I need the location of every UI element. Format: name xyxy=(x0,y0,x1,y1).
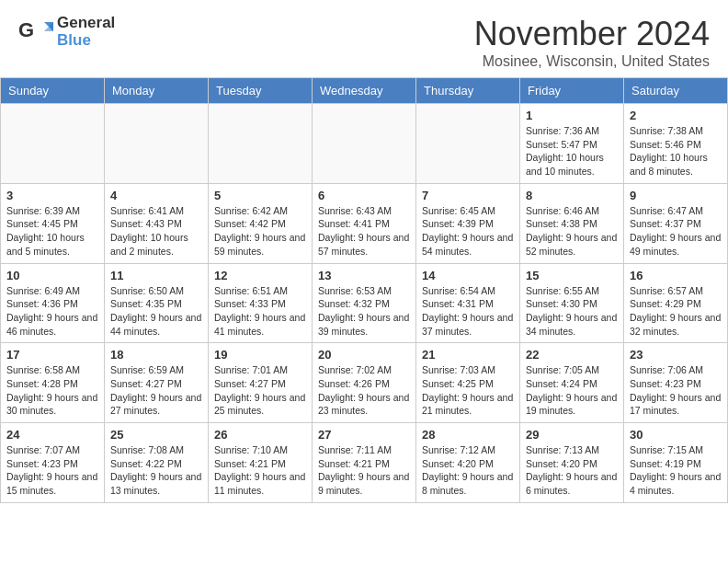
day-number: 13 xyxy=(318,269,410,282)
calendar-cell: 22Sunrise: 7:05 AM Sunset: 4:24 PM Dayli… xyxy=(520,343,624,423)
day-number: 22 xyxy=(526,348,618,362)
calendar-cell: 6Sunrise: 6:43 AM Sunset: 4:41 PM Daylig… xyxy=(313,183,416,263)
col-header-thursday: Thursday xyxy=(416,78,520,104)
day-number: 20 xyxy=(318,348,410,362)
calendar-cell: 14Sunrise: 6:54 AM Sunset: 4:31 PM Dayli… xyxy=(416,263,520,343)
day-number: 30 xyxy=(630,428,722,442)
month-title: November 2024 xyxy=(474,15,710,53)
calendar-cell: 16Sunrise: 6:57 AM Sunset: 4:29 PM Dayli… xyxy=(624,263,728,343)
calendar-cell: 30Sunrise: 7:15 AM Sunset: 4:19 PM Dayli… xyxy=(624,423,728,503)
col-header-wednesday: Wednesday xyxy=(313,78,416,104)
day-number: 4 xyxy=(110,189,202,202)
day-info: Sunrise: 6:39 AM Sunset: 4:45 PM Dayligh… xyxy=(6,204,98,259)
day-info: Sunrise: 6:47 AM Sunset: 4:37 PM Dayligh… xyxy=(630,204,722,259)
calendar-cell: 25Sunrise: 7:08 AM Sunset: 4:22 PM Dayli… xyxy=(105,423,209,503)
calendar-cell: 20Sunrise: 7:02 AM Sunset: 4:26 PM Dayli… xyxy=(313,343,416,423)
day-number: 17 xyxy=(6,348,98,362)
calendar-cell: 24Sunrise: 7:07 AM Sunset: 4:23 PM Dayli… xyxy=(1,423,105,503)
day-number: 24 xyxy=(6,428,98,442)
day-number: 19 xyxy=(214,348,306,362)
day-number: 14 xyxy=(422,269,514,282)
calendar-cell: 15Sunrise: 6:55 AM Sunset: 4:30 PM Dayli… xyxy=(520,263,624,343)
day-info: Sunrise: 6:51 AM Sunset: 4:33 PM Dayligh… xyxy=(214,284,306,339)
calendar-cell: 2Sunrise: 7:38 AM Sunset: 5:46 PM Daylig… xyxy=(624,104,728,184)
col-header-sunday: Sunday xyxy=(1,78,105,104)
calendar-cell: 8Sunrise: 6:46 AM Sunset: 4:38 PM Daylig… xyxy=(520,183,624,263)
day-info: Sunrise: 7:08 AM Sunset: 4:22 PM Dayligh… xyxy=(110,443,202,498)
logo-blue: Blue xyxy=(57,32,115,50)
calendar-cell xyxy=(416,104,520,184)
day-info: Sunrise: 6:50 AM Sunset: 4:35 PM Dayligh… xyxy=(110,284,202,339)
day-info: Sunrise: 7:12 AM Sunset: 4:20 PM Dayligh… xyxy=(422,443,514,498)
calendar-cell xyxy=(105,104,209,184)
calendar-cell: 18Sunrise: 6:59 AM Sunset: 4:27 PM Dayli… xyxy=(105,343,209,423)
day-info: Sunrise: 7:06 AM Sunset: 4:23 PM Dayligh… xyxy=(630,363,722,418)
day-number: 26 xyxy=(214,428,306,442)
day-number: 2 xyxy=(630,109,722,122)
calendar-cell: 19Sunrise: 7:01 AM Sunset: 4:27 PM Dayli… xyxy=(209,343,313,423)
calendar-cell: 5Sunrise: 6:42 AM Sunset: 4:42 PM Daylig… xyxy=(209,183,313,263)
calendar-cell: 1Sunrise: 7:36 AM Sunset: 5:47 PM Daylig… xyxy=(520,104,624,184)
location: Mosinee, Wisconsin, United States xyxy=(474,53,710,70)
day-number: 18 xyxy=(110,348,202,362)
day-info: Sunrise: 6:41 AM Sunset: 4:43 PM Dayligh… xyxy=(110,204,202,259)
title-section: November 2024 Mosinee, Wisconsin, United… xyxy=(474,15,710,70)
calendar-cell: 9Sunrise: 6:47 AM Sunset: 4:37 PM Daylig… xyxy=(624,183,728,263)
day-info: Sunrise: 7:10 AM Sunset: 4:21 PM Dayligh… xyxy=(214,443,306,498)
day-number: 8 xyxy=(526,189,618,202)
logo: G General Blue xyxy=(18,15,115,49)
day-info: Sunrise: 6:45 AM Sunset: 4:39 PM Dayligh… xyxy=(422,204,514,259)
day-number: 27 xyxy=(318,428,410,442)
calendar-cell: 23Sunrise: 7:06 AM Sunset: 4:23 PM Dayli… xyxy=(624,343,728,423)
day-info: Sunrise: 7:15 AM Sunset: 4:19 PM Dayligh… xyxy=(630,443,722,498)
day-info: Sunrise: 6:46 AM Sunset: 4:38 PM Dayligh… xyxy=(526,204,618,259)
day-info: Sunrise: 6:59 AM Sunset: 4:27 PM Dayligh… xyxy=(110,363,202,418)
day-info: Sunrise: 7:03 AM Sunset: 4:25 PM Dayligh… xyxy=(422,363,514,418)
col-header-saturday: Saturday xyxy=(624,78,728,104)
day-info: Sunrise: 7:02 AM Sunset: 4:26 PM Dayligh… xyxy=(318,363,410,418)
logo-icon: G xyxy=(18,18,53,46)
calendar-cell: 13Sunrise: 6:53 AM Sunset: 4:32 PM Dayli… xyxy=(313,263,416,343)
day-info: Sunrise: 7:36 AM Sunset: 5:47 PM Dayligh… xyxy=(526,124,618,178)
day-info: Sunrise: 7:05 AM Sunset: 4:24 PM Dayligh… xyxy=(526,363,618,418)
day-number: 9 xyxy=(630,189,722,202)
day-number: 6 xyxy=(318,189,410,202)
day-info: Sunrise: 6:53 AM Sunset: 4:32 PM Dayligh… xyxy=(318,284,410,339)
day-number: 16 xyxy=(630,269,722,282)
day-number: 5 xyxy=(214,189,306,202)
day-info: Sunrise: 7:13 AM Sunset: 4:20 PM Dayligh… xyxy=(526,443,618,498)
day-number: 25 xyxy=(110,428,202,442)
day-number: 10 xyxy=(6,269,98,282)
day-number: 29 xyxy=(526,428,618,442)
logo-general: General xyxy=(57,15,115,32)
calendar-cell xyxy=(209,104,313,184)
calendar-cell: 10Sunrise: 6:49 AM Sunset: 4:36 PM Dayli… xyxy=(1,263,105,343)
day-number: 28 xyxy=(422,428,514,442)
page-header: G General Blue November 2024 Mosinee, Wi… xyxy=(0,0,728,77)
calendar-cell: 7Sunrise: 6:45 AM Sunset: 4:39 PM Daylig… xyxy=(416,183,520,263)
day-number: 3 xyxy=(6,189,98,202)
calendar-cell: 12Sunrise: 6:51 AM Sunset: 4:33 PM Dayli… xyxy=(209,263,313,343)
calendar-cell xyxy=(313,104,416,184)
calendar-cell: 26Sunrise: 7:10 AM Sunset: 4:21 PM Dayli… xyxy=(209,423,313,503)
day-info: Sunrise: 7:38 AM Sunset: 5:46 PM Dayligh… xyxy=(630,124,722,178)
day-info: Sunrise: 6:54 AM Sunset: 4:31 PM Dayligh… xyxy=(422,284,514,339)
day-number: 21 xyxy=(422,348,514,362)
calendar-cell: 11Sunrise: 6:50 AM Sunset: 4:35 PM Dayli… xyxy=(105,263,209,343)
col-header-monday: Monday xyxy=(105,78,209,104)
day-number: 11 xyxy=(110,269,202,282)
day-number: 23 xyxy=(630,348,722,362)
calendar-cell: 3Sunrise: 6:39 AM Sunset: 4:45 PM Daylig… xyxy=(1,183,105,263)
day-number: 12 xyxy=(214,269,306,282)
calendar-table: SundayMondayTuesdayWednesdayThursdayFrid… xyxy=(0,77,728,503)
day-number: 7 xyxy=(422,189,514,202)
calendar-cell: 28Sunrise: 7:12 AM Sunset: 4:20 PM Dayli… xyxy=(416,423,520,503)
day-info: Sunrise: 6:55 AM Sunset: 4:30 PM Dayligh… xyxy=(526,284,618,339)
day-number: 1 xyxy=(526,109,618,122)
col-header-friday: Friday xyxy=(520,78,624,104)
calendar-cell: 17Sunrise: 6:58 AM Sunset: 4:28 PM Dayli… xyxy=(1,343,105,423)
calendar-cell: 4Sunrise: 6:41 AM Sunset: 4:43 PM Daylig… xyxy=(105,183,209,263)
calendar-cell xyxy=(1,104,105,184)
day-info: Sunrise: 6:49 AM Sunset: 4:36 PM Dayligh… xyxy=(6,284,98,339)
day-info: Sunrise: 6:58 AM Sunset: 4:28 PM Dayligh… xyxy=(6,363,98,418)
